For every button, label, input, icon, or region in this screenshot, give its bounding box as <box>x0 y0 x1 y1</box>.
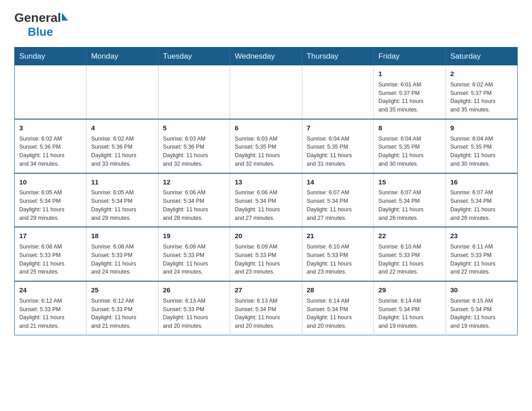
calendar-cell: 23Sunrise: 6:11 AM Sunset: 5:33 PM Dayli… <box>446 227 517 281</box>
day-number: 18 <box>91 231 153 241</box>
day-info: Sunrise: 6:04 AM Sunset: 5:35 PM Dayligh… <box>450 135 513 168</box>
day-number: 30 <box>450 285 513 295</box>
day-info: Sunrise: 6:12 AM Sunset: 5:33 PM Dayligh… <box>19 297 82 330</box>
day-number: 12 <box>163 177 225 187</box>
calendar-header-row: SundayMondayTuesdayWednesdayThursdayFrid… <box>15 47 518 66</box>
day-info: Sunrise: 6:03 AM Sunset: 5:36 PM Dayligh… <box>163 135 225 168</box>
day-info: Sunrise: 6:07 AM Sunset: 5:34 PM Dayligh… <box>378 188 441 222</box>
calendar-cell: 9Sunrise: 6:04 AM Sunset: 5:35 PM Daylig… <box>446 119 517 173</box>
calendar-week-row: 3Sunrise: 6:02 AM Sunset: 5:36 PM Daylig… <box>15 119 518 173</box>
day-info: Sunrise: 6:06 AM Sunset: 5:34 PM Dayligh… <box>163 188 225 222</box>
calendar-week-row: 17Sunrise: 6:08 AM Sunset: 5:33 PM Dayli… <box>15 227 518 281</box>
calendar-cell: 1Sunrise: 6:01 AM Sunset: 5:37 PM Daylig… <box>374 65 446 119</box>
calendar-week-row: 10Sunrise: 6:05 AM Sunset: 5:34 PM Dayli… <box>15 173 518 227</box>
calendar-cell: 15Sunrise: 6:07 AM Sunset: 5:34 PM Dayli… <box>374 173 446 227</box>
day-info: Sunrise: 6:13 AM Sunset: 5:33 PM Dayligh… <box>163 297 225 330</box>
day-number: 25 <box>91 285 153 295</box>
day-info: Sunrise: 6:10 AM Sunset: 5:33 PM Dayligh… <box>378 243 441 276</box>
day-number: 28 <box>307 285 369 295</box>
day-info: Sunrise: 6:01 AM Sunset: 5:37 PM Dayligh… <box>378 81 441 114</box>
day-number: 7 <box>307 123 369 133</box>
day-info: Sunrise: 6:02 AM Sunset: 5:36 PM Dayligh… <box>19 135 82 168</box>
calendar-cell: 22Sunrise: 6:10 AM Sunset: 5:33 PM Dayli… <box>374 227 446 281</box>
day-number: 16 <box>450 177 513 187</box>
calendar-cell: 25Sunrise: 6:12 AM Sunset: 5:33 PM Dayli… <box>86 281 158 335</box>
day-number: 19 <box>163 231 225 241</box>
day-info: Sunrise: 6:07 AM Sunset: 5:34 PM Dayligh… <box>307 188 369 222</box>
weekday-header-saturday: Saturday <box>446 47 517 66</box>
day-info: Sunrise: 6:08 AM Sunset: 5:33 PM Dayligh… <box>19 243 82 276</box>
weekday-header-friday: Friday <box>374 47 446 66</box>
calendar-cell: 14Sunrise: 6:07 AM Sunset: 5:34 PM Dayli… <box>302 173 373 227</box>
day-number: 20 <box>235 231 297 241</box>
day-number: 11 <box>91 177 153 187</box>
day-info: Sunrise: 6:04 AM Sunset: 5:35 PM Dayligh… <box>378 135 441 168</box>
calendar-cell: 29Sunrise: 6:14 AM Sunset: 5:34 PM Dayli… <box>374 281 446 335</box>
calendar-cell: 20Sunrise: 6:09 AM Sunset: 5:33 PM Dayli… <box>230 227 302 281</box>
day-info: Sunrise: 6:11 AM Sunset: 5:33 PM Dayligh… <box>450 243 513 276</box>
weekday-header-sunday: Sunday <box>15 47 86 66</box>
day-number: 15 <box>378 177 441 187</box>
calendar-cell: 19Sunrise: 6:09 AM Sunset: 5:33 PM Dayli… <box>158 227 230 281</box>
day-number: 3 <box>19 123 82 133</box>
calendar-cell: 7Sunrise: 6:04 AM Sunset: 5:35 PM Daylig… <box>302 119 373 173</box>
day-number: 29 <box>378 285 441 295</box>
calendar-cell <box>15 65 86 119</box>
calendar-cell <box>302 65 373 119</box>
day-info: Sunrise: 6:14 AM Sunset: 5:34 PM Dayligh… <box>307 297 369 330</box>
day-number: 8 <box>378 123 441 133</box>
logo: General Blue <box>14 11 68 39</box>
day-number: 17 <box>19 231 82 241</box>
calendar-cell: 17Sunrise: 6:08 AM Sunset: 5:33 PM Dayli… <box>15 227 86 281</box>
calendar-cell: 10Sunrise: 6:05 AM Sunset: 5:34 PM Dayli… <box>15 173 86 227</box>
day-info: Sunrise: 6:03 AM Sunset: 5:35 PM Dayligh… <box>235 135 297 168</box>
calendar-week-row: 1Sunrise: 6:01 AM Sunset: 5:37 PM Daylig… <box>15 65 518 119</box>
calendar-cell: 18Sunrise: 6:08 AM Sunset: 5:33 PM Dayli… <box>86 227 158 281</box>
day-number: 2 <box>450 69 513 79</box>
logo-general-text: General <box>14 11 61 25</box>
day-number: 23 <box>450 231 513 241</box>
day-info: Sunrise: 6:09 AM Sunset: 5:33 PM Dayligh… <box>163 243 225 276</box>
day-info: Sunrise: 6:10 AM Sunset: 5:33 PM Dayligh… <box>307 243 369 276</box>
day-info: Sunrise: 6:14 AM Sunset: 5:34 PM Dayligh… <box>378 297 441 330</box>
calendar-cell <box>86 65 158 119</box>
calendar-cell: 30Sunrise: 6:15 AM Sunset: 5:34 PM Dayli… <box>446 281 517 335</box>
calendar-cell: 27Sunrise: 6:13 AM Sunset: 5:34 PM Dayli… <box>230 281 302 335</box>
day-number: 13 <box>235 177 297 187</box>
day-number: 9 <box>450 123 513 133</box>
weekday-header-thursday: Thursday <box>302 47 373 66</box>
day-number: 5 <box>163 123 225 133</box>
day-info: Sunrise: 6:13 AM Sunset: 5:34 PM Dayligh… <box>235 297 297 330</box>
calendar-cell: 4Sunrise: 6:02 AM Sunset: 5:36 PM Daylig… <box>86 119 158 173</box>
calendar-cell: 2Sunrise: 6:02 AM Sunset: 5:37 PM Daylig… <box>446 65 517 119</box>
calendar-cell: 5Sunrise: 6:03 AM Sunset: 5:36 PM Daylig… <box>158 119 230 173</box>
calendar-cell: 12Sunrise: 6:06 AM Sunset: 5:34 PM Dayli… <box>158 173 230 227</box>
logo-arrow-icon <box>62 13 68 21</box>
calendar-cell: 3Sunrise: 6:02 AM Sunset: 5:36 PM Daylig… <box>15 119 86 173</box>
weekday-header-wednesday: Wednesday <box>230 47 302 66</box>
calendar-cell: 11Sunrise: 6:05 AM Sunset: 5:34 PM Dayli… <box>86 173 158 227</box>
day-number: 22 <box>378 231 441 241</box>
day-number: 27 <box>235 285 297 295</box>
day-number: 1 <box>378 69 441 79</box>
day-info: Sunrise: 6:09 AM Sunset: 5:33 PM Dayligh… <box>235 243 297 276</box>
calendar-cell <box>230 65 302 119</box>
calendar-cell: 21Sunrise: 6:10 AM Sunset: 5:33 PM Dayli… <box>302 227 373 281</box>
page-header: General Blue <box>14 11 518 39</box>
day-number: 21 <box>307 231 369 241</box>
calendar-week-row: 24Sunrise: 6:12 AM Sunset: 5:33 PM Dayli… <box>15 281 518 335</box>
day-number: 26 <box>163 285 225 295</box>
weekday-header-tuesday: Tuesday <box>158 47 230 66</box>
day-info: Sunrise: 6:08 AM Sunset: 5:33 PM Dayligh… <box>91 243 153 276</box>
calendar-cell: 8Sunrise: 6:04 AM Sunset: 5:35 PM Daylig… <box>374 119 446 173</box>
day-number: 6 <box>235 123 297 133</box>
weekday-header-monday: Monday <box>86 47 158 66</box>
day-info: Sunrise: 6:04 AM Sunset: 5:35 PM Dayligh… <box>307 135 369 168</box>
calendar-cell: 6Sunrise: 6:03 AM Sunset: 5:35 PM Daylig… <box>230 119 302 173</box>
day-info: Sunrise: 6:07 AM Sunset: 5:34 PM Dayligh… <box>450 188 513 222</box>
day-number: 10 <box>19 177 82 187</box>
day-info: Sunrise: 6:02 AM Sunset: 5:37 PM Dayligh… <box>450 81 513 114</box>
day-info: Sunrise: 6:02 AM Sunset: 5:36 PM Dayligh… <box>91 135 153 168</box>
day-info: Sunrise: 6:15 AM Sunset: 5:34 PM Dayligh… <box>450 297 513 330</box>
calendar-table: SundayMondayTuesdayWednesdayThursdayFrid… <box>14 47 518 335</box>
